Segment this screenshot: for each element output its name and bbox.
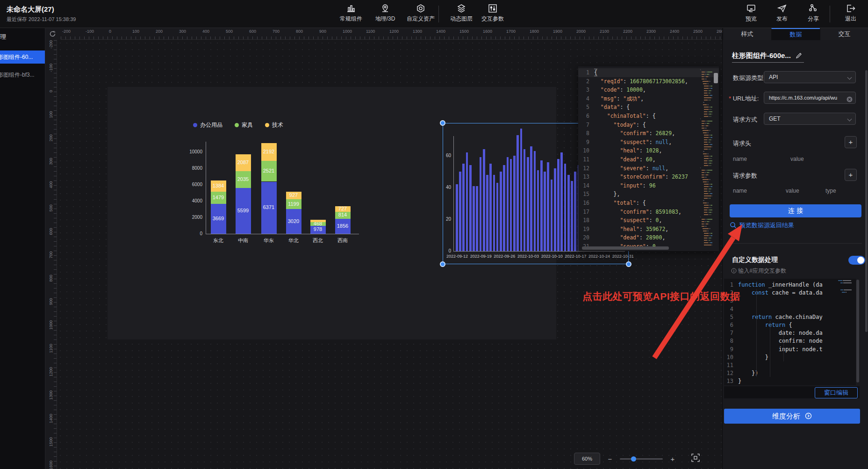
popup-horizontal-scrollbar[interactable] <box>582 246 669 250</box>
ruler-tick-label: -100 <box>86 29 94 34</box>
toolbar-item-geo3d[interactable]: 地理/3D <box>368 4 402 23</box>
ruler-tick-label: 0 <box>109 29 111 34</box>
line-number: 12 <box>724 369 738 377</box>
selection-handle-bottom-right[interactable] <box>626 261 631 267</box>
tab-style[interactable]: 样式 <box>723 28 771 40</box>
panel-scrollbar[interactable] <box>865 70 868 332</box>
reset-view-icon[interactable] <box>49 30 56 39</box>
json-code-line: 19 "heal": 359672, <box>578 225 719 234</box>
tab-data[interactable]: 数据 <box>771 28 820 40</box>
toolbar-item-interaction-params[interactable]: 交互参数 <box>476 4 509 23</box>
custom-code-editor[interactable]: 1function _innerHandle (da2 const cache … <box>724 279 860 385</box>
bar <box>571 181 573 251</box>
zoom-level-input[interactable]: 60% <box>574 453 600 465</box>
tab-interaction[interactable]: 交互 <box>820 28 868 40</box>
ruler-tick-label: 200 <box>156 29 163 34</box>
json-code-line: 16 "total": { <box>578 199 719 208</box>
search-icon <box>730 222 737 231</box>
y-axis-tick-label: 0 <box>435 248 451 253</box>
editor-canvas[interactable]: 办公用品家具技术02000400060008000100003669147913… <box>57 40 722 469</box>
ruler-tick-label: 1300 <box>49 388 53 402</box>
layer-item-bar-chart-bf3[interactable]: 柱形图组件-bf3... <box>0 68 45 81</box>
zoom-slider[interactable] <box>620 458 663 460</box>
line-number: 1 <box>724 281 738 289</box>
stacked-bar-chart[interactable]: 办公用品家具技术02000400060008000100003669147913… <box>185 115 365 250</box>
edit-pencil-icon[interactable] <box>796 52 802 60</box>
toolbar-item-components[interactable]: 常规组件 <box>334 4 368 23</box>
custom-data-processing-toggle[interactable] <box>848 256 865 265</box>
legend-label: 家具 <box>242 121 253 129</box>
bar <box>527 157 529 251</box>
layer-item-bar-chart-60[interactable]: 柱形图组件-60... <box>0 51 45 64</box>
line-number: 8 <box>578 129 594 138</box>
selection-handle-bottom-left[interactable] <box>440 261 445 267</box>
zoom-slider-thumb[interactable] <box>631 456 636 462</box>
legend-label: 技术 <box>272 121 283 129</box>
preview-datasource-link[interactable]: 预览数据源返回结果 <box>739 221 794 230</box>
selection-handle-top-left[interactable] <box>440 120 445 126</box>
request-params-label: 请求参数 <box>733 172 757 180</box>
code-text: function _innerHandle (da <box>738 281 823 289</box>
line-number: 12 <box>578 164 594 173</box>
ruler-tick-label: 100 <box>49 108 53 122</box>
code-text: return { <box>738 321 792 329</box>
ruler-tick-label: -200 <box>62 29 71 34</box>
code-text: date: node.da <box>738 329 823 337</box>
toolbar-item-dynamic-layers[interactable]: 动态图层 <box>445 4 478 23</box>
code-text: }, <box>594 190 620 199</box>
code-text: "today": { <box>594 121 646 130</box>
action-preview[interactable]: 预览 <box>734 4 768 23</box>
zoom-out-button[interactable]: − <box>607 455 613 463</box>
legend-item[interactable]: 技术 <box>265 121 283 129</box>
ruler-tick-label: 1400 <box>436 29 445 34</box>
line-number: 3 <box>578 86 594 94</box>
y-axis-tick-label: 2000 <box>187 215 202 220</box>
bar <box>567 175 570 251</box>
popup-vertical-scrollbar[interactable] <box>714 73 718 83</box>
indent-guide <box>783 329 784 361</box>
request-headers-label: 请求头 <box>733 139 751 148</box>
legend-item[interactable]: 家具 <box>235 121 253 129</box>
ruler-tick-label: 1200 <box>389 29 399 34</box>
legend-label: 办公用品 <box>200 121 222 129</box>
method-select[interactable]: GET <box>764 113 856 125</box>
x-axis-category-label: 西南 <box>332 237 353 244</box>
connect-button[interactable]: 连 接 <box>730 204 861 217</box>
line-number: 10 <box>578 146 594 155</box>
window-edit-button[interactable]: 窗口编辑 <box>815 387 858 398</box>
add-param-button[interactable]: + <box>845 169 857 181</box>
bar <box>503 165 505 251</box>
add-header-button[interactable]: + <box>845 136 857 148</box>
json-code-line: 3 "code": 10000, <box>578 86 719 94</box>
url-input[interactable]: https://c.m.163.com/ug/api/wu <box>764 92 856 104</box>
fit-screen-icon[interactable] <box>691 453 700 464</box>
ruler-tick-label: 2000 <box>576 29 586 34</box>
zoom-in-button[interactable]: + <box>669 455 676 463</box>
page-title: 未命名大屏(27) <box>7 5 54 14</box>
datasource-type-select[interactable]: API <box>764 71 856 83</box>
x-axis-line <box>453 251 625 252</box>
dimension-analysis-button[interactable]: 维度分析 <box>724 409 860 424</box>
bar <box>520 129 523 251</box>
ruler-tick-label: 1100 <box>366 29 375 34</box>
x-axis-category-label: 中南 <box>233 237 253 244</box>
action-publish[interactable]: 发布 <box>765 4 799 23</box>
code-text: "confirm": 8591083, <box>594 208 681 216</box>
action-exit[interactable]: 退出 <box>834 4 868 23</box>
line-number: 18 <box>578 216 594 225</box>
toolbar-item-custom-assets[interactable]: 自定义资产 <box>404 4 438 23</box>
minimap-row <box>700 214 712 216</box>
editor-scrollbar[interactable] <box>856 279 860 385</box>
y-axis-line <box>453 136 454 251</box>
header-col-value: value <box>790 156 804 162</box>
editor-code-line: 9 input: node.t <box>724 346 860 354</box>
inspector-panel: 样式 数据 交互 柱形图组件-600e... 数据源类型 API * URL地址… <box>722 28 868 469</box>
line-number: 5 <box>578 103 594 112</box>
legend-item[interactable]: 办公用品 <box>193 121 222 129</box>
line-number: 7 <box>578 121 594 130</box>
json-code-line: 6 "chinaTotal": { <box>578 112 719 121</box>
line-number: 9 <box>578 138 594 147</box>
action-share[interactable]: 分享 <box>796 4 830 23</box>
bar-value-label: 2035 <box>236 176 251 182</box>
clear-input-icon[interactable] <box>846 95 853 104</box>
